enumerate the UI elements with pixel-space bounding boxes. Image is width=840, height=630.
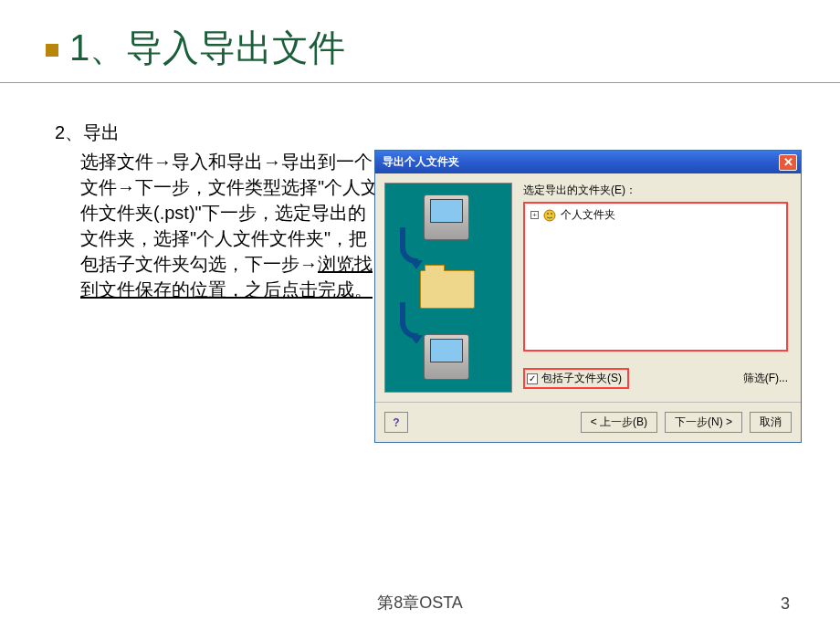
- svg-point-1: [547, 213, 549, 215]
- wizard-illustration: [384, 183, 512, 393]
- tree-item[interactable]: + 个人文件夹: [530, 207, 781, 223]
- svg-point-2: [551, 213, 552, 215]
- page-number: 3: [781, 594, 790, 614]
- filter-button[interactable]: 筛选(F)...: [743, 371, 788, 386]
- close-icon: ✕: [783, 155, 793, 169]
- personal-folder-icon: [543, 209, 556, 222]
- folder-icon: [420, 270, 475, 309]
- dialog-title-text: 导出个人文件夹: [383, 154, 459, 170]
- dialog-body: 选定导出的文件夹(E)： + 个人文件夹: [375, 173, 801, 402]
- dialog-button-row: ? < 上一步(B) 下一步(N) > 取消: [375, 402, 801, 442]
- help-icon: ?: [393, 416, 399, 429]
- help-button[interactable]: ?: [384, 412, 408, 433]
- include-subfolders-label: 包括子文件夹(S): [541, 371, 622, 386]
- computer-top-icon: [424, 194, 469, 240]
- tree-label: 选定导出的文件夹(E)：: [523, 183, 792, 198]
- checkbox-icon[interactable]: ✓: [527, 373, 538, 384]
- options-row: ✓ 包括子文件夹(S) 筛选(F)...: [523, 368, 788, 389]
- next-button[interactable]: 下一步(N) >: [665, 412, 742, 433]
- slide-title-text: 1、导入导出文件: [69, 27, 345, 68]
- right-panel: 选定导出的文件夹(E)： + 个人文件夹: [512, 183, 792, 393]
- include-subfolders-option[interactable]: ✓ 包括子文件夹(S): [523, 368, 629, 389]
- close-button[interactable]: ✕: [779, 154, 797, 171]
- body-text: 选择文件→导入和导出→导出到一个文件→下一步，文件类型选择"个人文件文件夹(.p…: [55, 149, 383, 302]
- slide-title: 1、导入导出文件: [0, 0, 840, 83]
- arrowhead-icon: [410, 335, 423, 344]
- svg-point-0: [544, 210, 555, 221]
- cancel-button[interactable]: 取消: [750, 412, 792, 433]
- arrowhead-icon: [410, 260, 423, 269]
- title-bullet-icon: [46, 44, 58, 57]
- prev-button[interactable]: < 上一步(B): [581, 412, 657, 433]
- tree-item-label: 个人文件夹: [561, 207, 615, 223]
- sub-heading: 2、导出: [55, 120, 383, 145]
- dialog-titlebar[interactable]: 导出个人文件夹 ✕: [375, 151, 801, 173]
- expand-icon[interactable]: +: [530, 211, 539, 219]
- folder-tree[interactable]: + 个人文件夹: [523, 202, 788, 352]
- footer-chapter: 第8章OSTA: [0, 592, 840, 614]
- text-column: 2、导出 选择文件→导入和导出→导出到一个文件→下一步，文件类型选择"个人文件文…: [55, 120, 383, 302]
- export-dialog: 导出个人文件夹 ✕ 选定导出的文件夹(E)： +: [374, 150, 802, 443]
- arrow-icon: [400, 227, 418, 264]
- computer-bottom-icon: [424, 334, 469, 380]
- arrow-icon: [400, 302, 418, 339]
- nav-buttons: < 上一步(B) 下一步(N) > 取消: [581, 412, 792, 433]
